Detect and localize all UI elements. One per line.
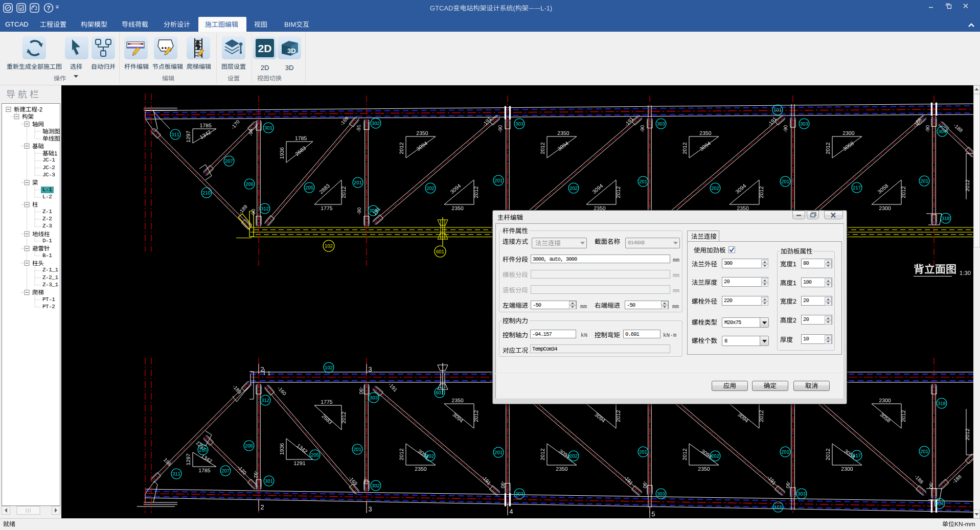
svg-text:?: ? <box>47 5 50 12</box>
svg-text:2D: 2D <box>258 42 272 54</box>
svg-text:3D: 3D <box>287 47 296 55</box>
